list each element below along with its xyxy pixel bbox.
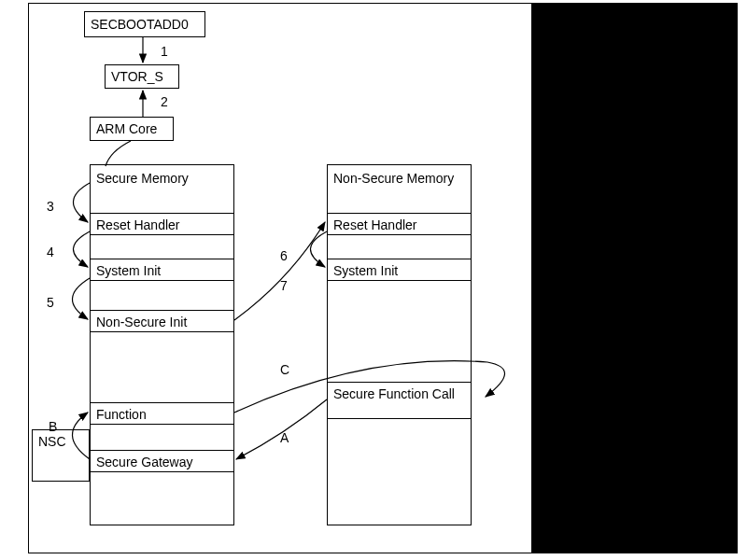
secure-memory-column: Secure Memory Reset Handler System Init … (90, 164, 234, 525)
arm-core-label: ARM Core (96, 121, 157, 136)
step-2-label: 2 (161, 94, 168, 109)
step-3-label: 3 (47, 199, 54, 214)
secbootadd0-label: SECBOOTADD0 (91, 17, 189, 32)
vtor-s-box: VTOR_S (105, 64, 179, 89)
secure-system-init-text: System Init (96, 263, 161, 278)
non-secure-init-text: Non-Secure Init (96, 315, 187, 329)
secure-system-init: System Init (91, 259, 233, 281)
step-4-label: 4 (47, 245, 54, 259)
nonsecure-reset-handler: Reset Handler (328, 213, 471, 235)
secure-reset-handler: Reset Handler (91, 213, 233, 235)
step-6-label: 6 (280, 248, 288, 263)
secbootadd0-box: SECBOOTADD0 (84, 11, 205, 37)
step-7-label: 7 (280, 278, 288, 293)
secure-memory-header-text: Secure Memory (96, 171, 189, 186)
step-A-label: A (280, 430, 289, 445)
right-black-region (532, 3, 738, 553)
secure-reset-handler-text: Reset Handler (96, 217, 180, 232)
arm-core-box: ARM Core (90, 117, 174, 141)
nonsecure-memory-header: Non-Secure Memory (328, 165, 471, 206)
secure-function-text: Function (96, 407, 147, 422)
nsc-box: NSC (32, 429, 90, 482)
vtor-s-label: VTOR_S (111, 69, 163, 84)
nsc-label: NSC (38, 434, 66, 449)
secure-function: Function (91, 402, 233, 425)
secure-gateway-text: Secure Gateway (96, 455, 193, 469)
secure-memory-header: Secure Memory (91, 165, 233, 206)
nonsecure-system-init: System Init (328, 259, 471, 281)
step-5-label: 5 (47, 295, 54, 310)
step-C-label: C (280, 362, 289, 377)
step-B-label: B (49, 419, 57, 434)
nonsecure-system-init-text: System Init (333, 263, 398, 278)
nonsecure-reset-handler-text: Reset Handler (333, 217, 417, 232)
secure-function-call: Secure Function Call (328, 382, 471, 419)
nonsecure-memory-header-text: Non-Secure Memory (333, 171, 454, 186)
non-secure-init: Non-Secure Init (91, 310, 233, 332)
step-1-label: 1 (161, 44, 168, 59)
nonsecure-memory-column: Non-Secure Memory Reset Handler System I… (327, 164, 472, 525)
secure-function-call-text: Secure Function Call (333, 386, 455, 401)
secure-gateway: Secure Gateway (91, 450, 233, 472)
